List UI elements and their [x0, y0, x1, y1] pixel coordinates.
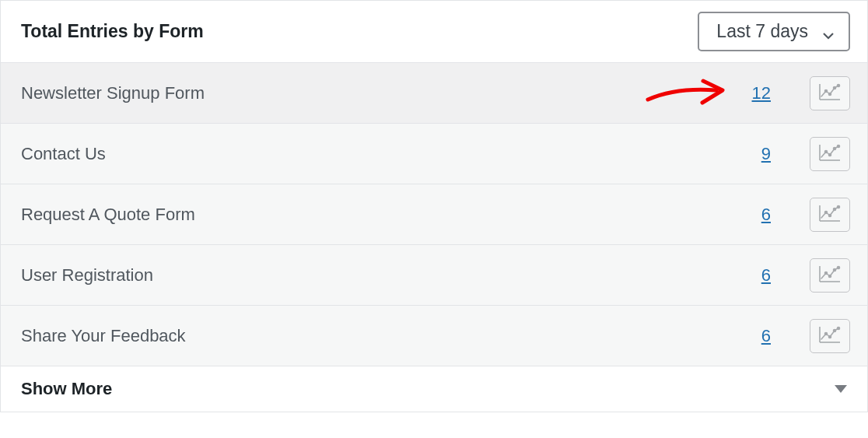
- arrow-annotation: [645, 76, 730, 110]
- chart-icon: [819, 326, 841, 345]
- svg-point-5: [829, 154, 831, 156]
- entry-count-link[interactable]: 6: [761, 326, 771, 346]
- form-name: Share Your Feedback: [21, 326, 186, 346]
- entry-count-link[interactable]: 6: [761, 265, 771, 286]
- svg-point-7: [838, 145, 840, 148]
- svg-point-0: [825, 90, 828, 93]
- svg-point-2: [834, 87, 836, 89]
- view-chart-button[interactable]: [810, 137, 850, 171]
- form-row: Share Your Feedback 6: [1, 305, 867, 366]
- svg-point-16: [825, 333, 828, 335]
- form-name: User Registration: [21, 265, 153, 286]
- svg-point-18: [834, 330, 836, 332]
- entry-count-link[interactable]: 9: [761, 144, 771, 164]
- view-chart-button[interactable]: [810, 76, 850, 110]
- form-row: Contact Us 9: [1, 123, 867, 184]
- svg-point-10: [834, 208, 836, 211]
- entries-by-form-widget: Total Entries by Form Last 7 days Newsle…: [0, 0, 868, 412]
- svg-point-3: [838, 85, 840, 87]
- svg-point-4: [825, 151, 828, 153]
- svg-point-9: [829, 215, 831, 217]
- dropdown-value: Last 7 days: [716, 21, 808, 42]
- svg-point-1: [829, 93, 831, 96]
- chevron-down-icon: [822, 26, 835, 38]
- form-row: User Registration 6: [1, 244, 867, 305]
- chart-icon: [819, 265, 841, 285]
- form-row: Request A Quote Form 6: [1, 184, 867, 244]
- form-rows: Newsletter Signup Form 12: [1, 62, 867, 366]
- svg-point-15: [838, 267, 840, 269]
- chart-icon: [819, 83, 841, 103]
- widget-header: Total Entries by Form Last 7 days: [1, 0, 867, 62]
- svg-point-19: [838, 328, 840, 330]
- entry-count-link[interactable]: 12: [752, 83, 771, 103]
- widget-title: Total Entries by Form: [21, 21, 204, 42]
- svg-point-14: [834, 269, 836, 272]
- form-row: Newsletter Signup Form 12: [1, 62, 867, 123]
- view-chart-button[interactable]: [810, 198, 850, 232]
- view-chart-button[interactable]: [810, 258, 850, 293]
- svg-point-12: [825, 272, 828, 275]
- svg-point-11: [838, 206, 840, 208]
- form-name: Contact Us: [21, 144, 106, 164]
- form-name: Request A Quote Form: [21, 205, 195, 225]
- svg-point-8: [825, 212, 828, 214]
- view-chart-button[interactable]: [810, 319, 850, 353]
- time-range-dropdown[interactable]: Last 7 days: [698, 12, 850, 51]
- svg-point-13: [829, 275, 831, 278]
- form-name: Newsletter Signup Form: [21, 83, 205, 103]
- chart-icon: [819, 144, 841, 163]
- entry-count-link[interactable]: 6: [761, 205, 771, 225]
- triangle-down-icon: [835, 385, 847, 393]
- chart-icon: [819, 205, 841, 224]
- show-more-label: Show More: [21, 379, 112, 399]
- svg-point-6: [834, 148, 836, 150]
- svg-point-17: [829, 336, 831, 338]
- show-more-button[interactable]: Show More: [1, 366, 867, 412]
